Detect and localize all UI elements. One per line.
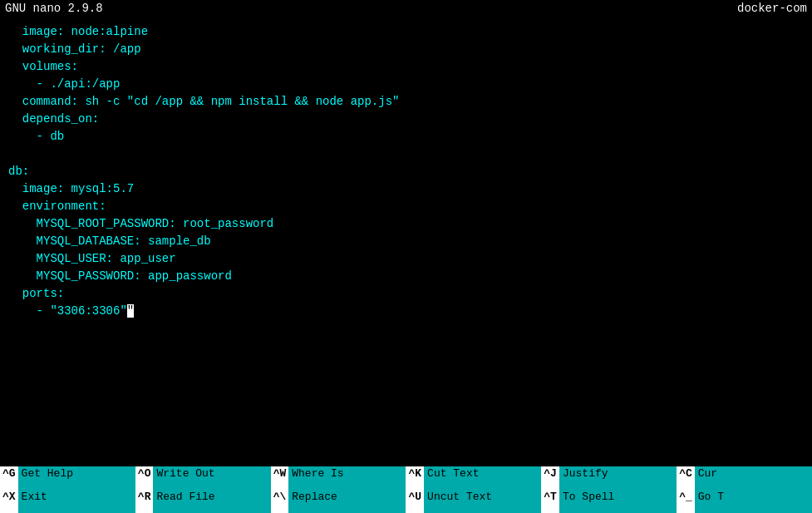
shortcut-item[interactable]: ^UUncut Text (406, 490, 541, 513)
shortcut-key-0: ^X (0, 490, 18, 513)
shortcut-key-2: ^\ (271, 490, 289, 513)
shortcut-item[interactable]: ^XExit (0, 490, 135, 513)
shortcut-label-3: Uncut Text (424, 490, 541, 513)
shortcut-key-3: ^K (406, 466, 424, 490)
shortcut-key-0: ^G (0, 466, 18, 490)
shortcut-item[interactable]: ^TTo Spell (541, 490, 677, 513)
shortcut-key-4: ^T (541, 490, 559, 513)
shortcut-label-4: To Spell (559, 490, 677, 513)
shortcut-label-4: Justify (559, 466, 677, 490)
cursor: " (127, 304, 134, 318)
shortcut-item[interactable]: ^OWrite Out (135, 466, 271, 490)
shortcut-label-0: Get Help (18, 466, 135, 490)
shortcut-label-1: Write Out (153, 466, 270, 490)
shortcut-key-2: ^W (271, 466, 289, 490)
shortcut-key-5: ^C (677, 466, 695, 490)
shortcut-bar: ^GGet Help^OWrite Out^WWhere Is^KCut Tex… (0, 466, 812, 513)
shortcut-label-3: Cut Text (424, 466, 541, 490)
shortcut-item[interactable]: ^JJustify (541, 466, 677, 490)
filename: docker-com (737, 2, 807, 15)
shortcut-row-1: ^GGet Help^OWrite Out^WWhere Is^KCut Tex… (0, 466, 812, 490)
shortcut-key-1: ^O (135, 466, 154, 490)
shortcut-item[interactable]: ^GGet Help (0, 466, 135, 490)
shortcut-item[interactable]: ^CCur (677, 466, 812, 490)
status-bar (0, 450, 812, 466)
shortcut-item[interactable]: ^KCut Text (406, 466, 541, 490)
title-bar: GNU nano 2.9.8 docker-com (0, 0, 812, 17)
shortcut-label-2: Replace (288, 490, 406, 513)
shortcut-key-3: ^U (406, 490, 424, 513)
shortcut-key-1: ^R (135, 490, 154, 513)
shortcut-key-4: ^J (541, 466, 559, 490)
shortcut-item[interactable]: ^RRead File (135, 490, 271, 513)
shortcut-label-0: Exit (18, 490, 135, 513)
editor-area[interactable]: image: node:alpine working_dir: /app vol… (0, 17, 812, 450)
shortcut-item[interactable]: ^_Go T (677, 490, 812, 513)
shortcut-label-1: Read File (153, 490, 270, 513)
shortcut-key-5: ^_ (677, 490, 695, 513)
app-title: GNU nano 2.9.8 (5, 2, 103, 15)
shortcut-label-2: Where Is (288, 466, 406, 490)
shortcut-item[interactable]: ^\Replace (271, 490, 406, 513)
shortcut-row-2: ^XExit^RRead File^\Replace^UUncut Text^T… (0, 490, 812, 513)
shortcut-item[interactable]: ^WWhere Is (271, 466, 406, 490)
shortcut-label-5: Go T (695, 490, 812, 513)
shortcut-label-5: Cur (695, 466, 812, 490)
